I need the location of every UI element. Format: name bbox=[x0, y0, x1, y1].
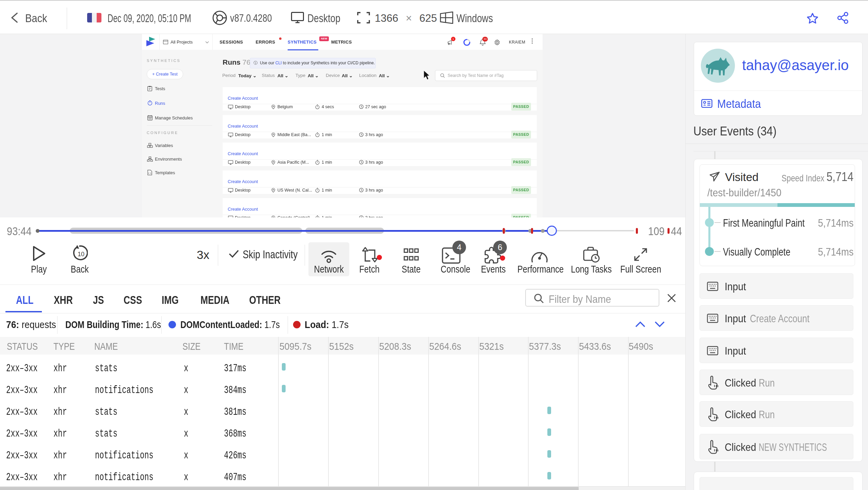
svg-text:10: 10 bbox=[78, 251, 84, 258]
